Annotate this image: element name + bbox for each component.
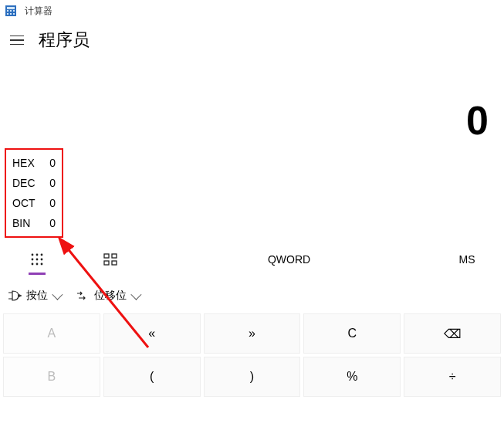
key-open-paren[interactable]: ( [103,357,201,397]
bitshift-label: 位移位 [94,289,127,303]
svg-point-10 [41,254,43,256]
svg-rect-17 [104,254,109,258]
key-clear[interactable]: C [303,313,401,354]
bitshift-icon [76,290,90,301]
base-value: 0 [49,177,56,189]
svg-point-14 [32,263,34,266]
svg-rect-4 [13,10,15,12]
word-size-button[interactable]: QWORD [148,253,430,266]
svg-rect-3 [10,10,12,12]
view-toolbar: QWORD MS [0,241,504,278]
svg-rect-1 [7,7,15,9]
svg-rect-7 [13,13,15,15]
bitwise-label: 按位 [26,289,48,303]
svg-point-12 [36,259,39,261]
base-row-oct[interactable]: OCT 0 [6,193,62,213]
svg-point-9 [36,254,39,256]
calculator-app-icon [5,5,17,17]
base-row-bin[interactable]: BIN 0 [6,213,62,233]
chevron-down-icon [130,290,141,300]
key-a[interactable]: A [3,313,100,354]
svg-rect-19 [104,261,109,265]
svg-point-13 [41,259,43,261]
chevron-down-icon [52,290,63,300]
svg-rect-20 [112,261,117,265]
key-backspace[interactable]: ⌫ [404,313,501,354]
base-value: 0 [49,157,56,169]
svg-point-11 [32,259,34,261]
bit-toggle-icon [103,253,119,266]
svg-rect-5 [7,13,8,15]
hamburger-menu-button[interactable] [8,31,26,49]
key-percent[interactable]: % [303,357,401,397]
bit-toggle-button[interactable] [74,241,148,278]
base-row-dec[interactable]: DEC 0 [6,173,62,193]
svg-point-15 [36,263,39,266]
keypad: A « » C ⌫ B ( ) % ÷ [0,313,504,397]
bit-operation-row: 按位 位移位 [0,278,504,313]
header: 程序员 [0,22,504,59]
mode-title: 程序员 [39,29,90,52]
key-b[interactable]: B [3,357,100,397]
svg-point-8 [32,254,34,256]
base-value: 0 [49,217,56,229]
base-label: OCT [12,197,36,209]
bitwise-dropdown[interactable]: 按位 [8,289,60,303]
full-keypad-button[interactable] [0,241,74,278]
key-divide[interactable]: ÷ [404,357,501,397]
svg-rect-2 [7,10,8,12]
svg-rect-18 [112,254,117,258]
keypad-icon [30,252,44,266]
base-label: DEC [12,177,36,189]
key-shift-left[interactable]: « [103,313,201,354]
base-label: BIN [12,217,30,229]
result-value: 0 [466,97,489,144]
bitwise-icon [8,290,22,301]
key-shift-right[interactable]: » [204,313,301,354]
app-title: 计算器 [25,5,52,18]
svg-rect-6 [10,13,12,15]
base-row-hex[interactable]: HEX 0 [6,153,62,173]
base-value: 0 [49,197,56,209]
base-label: HEX [12,157,35,169]
memory-store-button[interactable]: MS [430,253,504,266]
title-bar: 计算器 [0,0,504,22]
svg-point-16 [41,263,43,266]
key-close-paren[interactable]: ) [204,357,301,397]
number-bases-panel: HEX 0 DEC 0 OCT 0 BIN 0 [5,148,63,238]
result-display: 0 [0,59,504,144]
bitshift-dropdown[interactable]: 位移位 [76,289,139,303]
